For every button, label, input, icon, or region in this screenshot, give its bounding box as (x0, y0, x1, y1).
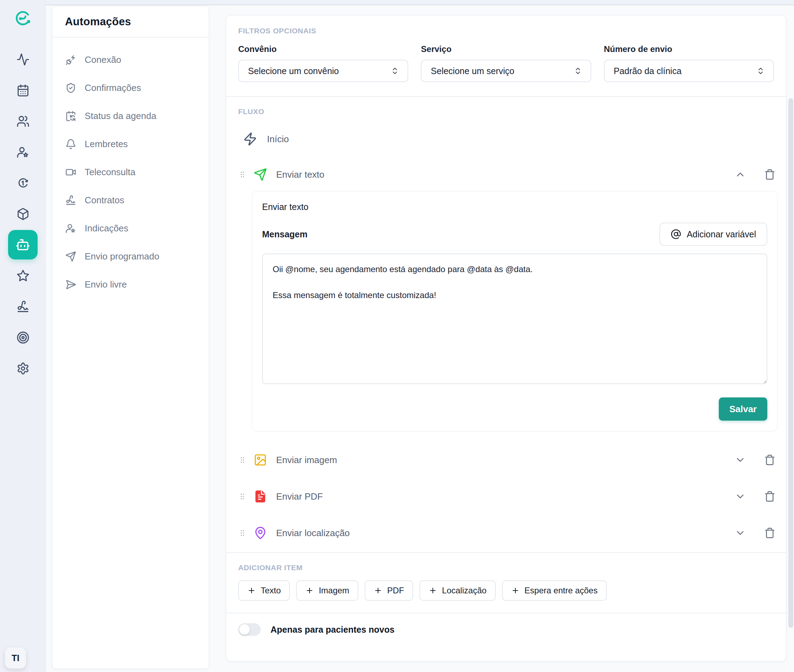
drag-handle-icon[interactable] (238, 455, 247, 465)
sidebar-item-teleconsulta[interactable]: Teleconsulta (52, 158, 209, 186)
automations-sidebar: Automações Conexão Confirmações Status d… (52, 6, 209, 669)
rail-item-package[interactable] (13, 204, 33, 224)
add-localizacao-button[interactable]: Localização (419, 580, 496, 601)
at-sign-icon (670, 229, 681, 240)
rail-item-star[interactable] (13, 266, 33, 285)
convenio-select[interactable]: Selecione um convênio (238, 60, 408, 82)
gear-icon (16, 362, 29, 375)
message-textarea[interactable]: Oii @nome, seu agendamento está agendado… (262, 253, 767, 384)
rail-item-users[interactable] (13, 111, 33, 131)
file-text-icon (253, 490, 267, 503)
add-imagem-button[interactable]: Imagem (296, 580, 358, 601)
sidebar-item-indicacoes[interactable]: Indicações (52, 214, 209, 242)
delete-step-button[interactable] (764, 454, 775, 466)
flow-step-enviar-localizacao[interactable]: Enviar localização (238, 526, 778, 540)
add-variable-button[interactable]: Adicionar variável (659, 222, 767, 246)
sidebar-item-label: Teleconsulta (85, 167, 136, 178)
flow-step-label: Enviar PDF (276, 491, 323, 502)
message-label: Mensagem (262, 229, 307, 240)
add-button-label: Localização (442, 586, 487, 595)
rail-item-settings[interactable] (13, 358, 33, 378)
drag-handle-icon[interactable] (238, 169, 247, 180)
flow-section: FLUXO Início Enviar texto Enviar texto M… (226, 97, 786, 552)
sidebar-item-lembretes[interactable]: Lembretes (52, 130, 209, 158)
enviar-texto-editor-card: Enviar texto Mensagem Adicionar variável… (252, 191, 778, 432)
new-patients-toggle[interactable] (238, 623, 261, 636)
sidebar-item-envio-livre[interactable]: Envio livre (52, 270, 209, 298)
sidebar-item-confirmacoes[interactable]: Confirmações (52, 74, 209, 102)
rail-item-signature[interactable] (13, 297, 33, 316)
add-button-label: Espera entre ações (525, 586, 598, 595)
map-pin-icon (253, 526, 267, 540)
rail-item-calendar[interactable] (13, 80, 33, 100)
numero-envio-select[interactable]: Padrão da clínica (604, 60, 774, 82)
flow-step-enviar-pdf[interactable]: Enviar PDF (238, 490, 778, 503)
sidebar-item-contratos[interactable]: Contratos (52, 186, 209, 214)
signature-icon (16, 300, 29, 313)
expand-step-button[interactable] (735, 491, 746, 502)
flow-step-enviar-texto[interactable]: Enviar texto (238, 168, 778, 181)
expand-step-button[interactable] (735, 527, 746, 539)
sidebar-item-label: Status da agenda (85, 110, 156, 122)
icon-rail: TI (0, 0, 46, 672)
plus-icon (247, 586, 256, 595)
chevrons-up-down-icon (756, 67, 765, 75)
section-label-add-item: ADICIONAR ITEM (238, 563, 774, 572)
plus-icon (428, 586, 437, 595)
sidebar-item-label: Indicações (85, 223, 128, 234)
new-patients-toggle-row: Apenas para pacientes novos (226, 613, 786, 646)
delete-step-button[interactable] (764, 527, 775, 539)
rail-item-activity[interactable] (13, 50, 33, 69)
rail-item-automations-active[interactable] (8, 230, 38, 259)
plus-icon (511, 586, 520, 595)
select-value: Padrão da clínica (614, 66, 682, 76)
rail-nav (0, 50, 46, 378)
add-espera-entre-acoes-button[interactable]: Espera entre ações (502, 580, 607, 601)
section-label-flow: FLUXO (238, 107, 778, 116)
sidebar-item-conexao[interactable]: Conexão (52, 46, 209, 74)
sidebar-item-envio-programado[interactable]: Envio programado (52, 242, 209, 270)
servico-select[interactable]: Selecione um serviço (421, 60, 591, 82)
add-pdf-button[interactable]: PDF (365, 580, 413, 601)
trash-icon (764, 527, 775, 539)
sidebar-item-label: Confirmações (85, 83, 141, 93)
plug-zap-icon (65, 54, 76, 65)
add-item-section: ADICIONAR ITEM Texto Imagem PDF Localiza… (226, 553, 786, 613)
field-label: Serviço (421, 44, 591, 54)
flow-step-label: Enviar localização (276, 528, 350, 539)
add-button-label: Texto (261, 586, 281, 595)
save-button[interactable]: Salvar (719, 397, 767, 421)
sidebar-item-label: Envio livre (85, 279, 127, 290)
sidebar-item-label: Contratos (85, 195, 124, 206)
sidebar-item-label: Lembretes (85, 139, 128, 150)
brand-logo-icon[interactable] (14, 9, 32, 27)
rail-item-history[interactable] (13, 173, 33, 193)
add-texto-button[interactable]: Texto (238, 580, 290, 601)
trash-icon (764, 491, 775, 502)
page-scrollbar-thumb[interactable] (788, 98, 793, 628)
send-icon (253, 168, 267, 181)
sidebar-item-label: Conexão (85, 54, 121, 65)
sidebar-item-status-da-agenda[interactable]: Status da agenda (52, 102, 209, 130)
flow-step-label: Enviar imagem (276, 455, 337, 466)
delete-step-button[interactable] (764, 169, 775, 180)
toggle-knob (239, 624, 250, 635)
add-variable-label: Adicionar variável (687, 229, 756, 240)
activity-icon (16, 53, 29, 66)
flow-step-enviar-imagem[interactable]: Enviar imagem (238, 453, 778, 467)
chevron-down-icon (735, 454, 746, 466)
top-band (46, 0, 794, 5)
rail-item-target[interactable] (13, 328, 33, 347)
drag-handle-icon[interactable] (238, 491, 247, 502)
delete-step-button[interactable] (764, 491, 775, 502)
drag-handle-icon[interactable] (238, 528, 247, 538)
collapse-step-button[interactable] (735, 169, 746, 180)
history-icon (16, 177, 29, 190)
optional-filters-section: FILTROS OPCIONAIS Convênio Selecione um … (226, 16, 786, 96)
expand-step-button[interactable] (735, 454, 746, 466)
chevron-up-icon (735, 169, 746, 180)
user-avatar[interactable]: TI (5, 647, 26, 669)
signature-icon (65, 195, 76, 206)
new-patients-toggle-label: Apenas para pacientes novos (271, 625, 395, 635)
rail-item-user-star[interactable] (13, 142, 33, 162)
